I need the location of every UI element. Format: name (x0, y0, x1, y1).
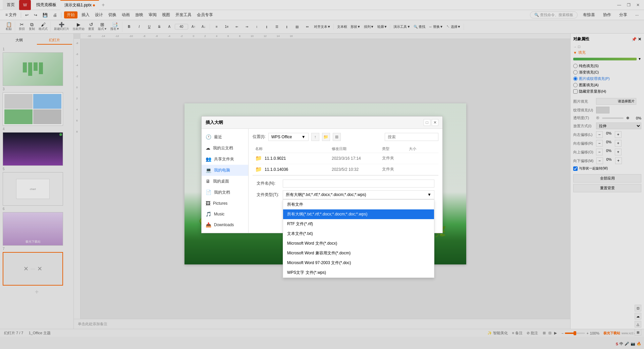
nav-docs-label: 我的文档 (214, 190, 230, 195)
insert-outline-dialog: 插入大纲 □ ✕ 🕐 最近 ☁ 我的云文档 👥 共享文件夹 (201, 116, 443, 233)
file-date-1: 2023/5/2 10:32 (332, 167, 382, 172)
nav-music-label: Music (214, 212, 224, 216)
nav-cloud[interactable]: ☁ 我的云文档 (202, 143, 248, 154)
dialog-nav: 🕐 最近 ☁ 我的云文档 👥 共享文件夹 💻 我的电脑 🖥 我的桌面 (202, 129, 249, 233)
dd-item-6[interactable]: Microsoft Word 97-2003 文件(*.doc) (283, 258, 434, 268)
cloud-icon: ☁ (206, 145, 210, 151)
nav-desktop-label: 我的桌面 (213, 179, 229, 184)
file-row-1[interactable]: 📁 11.1.0.14036 2023/5/2 10:32 文件夹 (253, 164, 438, 175)
filename-row: 文件名(N): (257, 180, 434, 188)
nav-music[interactable]: 🎵 Music (202, 209, 248, 219)
nav-docs[interactable]: 📄 我的文档 (202, 187, 248, 198)
dd-item-4[interactable]: Microsoft Word 文件(*.docx) (283, 239, 434, 248)
dialog-footer: 文件名(N): 文件类型(T): 所有大纲(*.txt;*.rtf;*.docx… (253, 175, 438, 215)
computer-icon: 💻 (206, 167, 211, 173)
nav-computer-label: 我的电脑 (214, 167, 230, 173)
dialog-title-bar: 插入大纲 □ ✕ (202, 116, 442, 129)
filetype-select[interactable]: 所有大纲(*.txt;*.rtf;*.docx;*.docm;*.doc;*.w… (283, 190, 434, 199)
nav-shared-label: 共享文件夹 (214, 156, 234, 162)
file-row-0[interactable]: 📁 11.1.0.9021 2023/3/16 17:14 文件夹 (253, 153, 438, 164)
docs-icon: 📄 (206, 190, 211, 195)
header-name[interactable]: 名称 (255, 146, 332, 151)
dialog-maximize-btn[interactable]: □ (424, 119, 430, 126)
nav-up-btn[interactable]: ↑ (311, 133, 319, 141)
file-date-0: 2023/3/16 17:14 (332, 156, 382, 161)
nav-pictures-label: Pictures (213, 201, 227, 206)
dd-item-7[interactable]: WPS文字 文件(*.wps) (283, 268, 434, 278)
file-type-0: 文件夹 (382, 155, 409, 161)
dialog-toolbar: 位置(I): WPS Office ▼ ↑ 📁 ⊞ (253, 133, 438, 141)
pictures-icon: 🖼 (206, 201, 210, 206)
folder-icon-0: 📁 (255, 155, 262, 162)
header-size[interactable]: 大小 (409, 146, 436, 151)
dialog-title-text: 插入大纲 (206, 119, 223, 126)
nav-recent[interactable]: 🕐 最近 (202, 132, 248, 143)
dialog-window-controls: □ ✕ (424, 119, 438, 126)
file-type-1: 文件夹 (382, 166, 409, 172)
nav-downloads-label: Downloads (214, 222, 234, 227)
dialog-body: 🕐 最近 ☁ 我的云文档 👥 共享文件夹 💻 我的电脑 🖥 我的桌面 (202, 129, 442, 233)
nav-pictures[interactable]: 🖼 Pictures (202, 198, 248, 209)
desktop-icon: 🖥 (206, 179, 210, 184)
header-date[interactable]: 修改日期 (332, 146, 382, 151)
nav-computer[interactable]: 💻 我的电脑 (202, 165, 248, 176)
music-icon: 🎵 (206, 211, 211, 217)
dd-item-1[interactable]: 所有大纲(*.txt;*.rtf;*.docx;*.docm;*.doc;*.w… (283, 209, 434, 219)
filename-input[interactable] (283, 180, 434, 188)
folder-icon-1: 📁 (255, 166, 262, 173)
file-name-1: 11.1.0.14036 (265, 167, 332, 172)
filetype-row: 文件类型(T): 所有大纲(*.txt;*.rtf;*.docx;*.docm;… (257, 190, 434, 199)
dd-item-0[interactable]: 所有文件 (283, 200, 434, 209)
location-label: 位置(I): (253, 134, 266, 140)
filetype-dropdown[interactable]: 所有文件 所有大纲(*.txt;*.rtf;*.docx;*.docm;*.do… (283, 199, 434, 278)
file-list-header: 名称 修改日期 类型 大小 (253, 145, 438, 153)
filename-label: 文件名(N): (257, 181, 280, 186)
filetype-label: 文件类型(T): (257, 192, 280, 198)
shared-icon: 👥 (206, 156, 211, 162)
view-toggle-btn[interactable]: ⊞ (333, 133, 341, 141)
downloads-icon: 📥 (206, 222, 211, 228)
location-select[interactable]: WPS Office ▼ (268, 133, 309, 141)
nav-downloads[interactable]: 📥 Downloads (202, 219, 248, 230)
dd-item-3[interactable]: 文本文件(*.txt) (283, 229, 434, 239)
filetype-select-wrap: 所有大纲(*.txt;*.rtf;*.docx;*.docm;*.doc;*.w… (283, 190, 434, 199)
file-search-input[interactable] (385, 133, 438, 141)
dialog-content: 位置(I): WPS Office ▼ ↑ 📁 ⊞ 名称 修改日期 类型 大小 (249, 129, 442, 233)
dialog-close-btn[interactable]: ✕ (432, 119, 438, 126)
nav-cloud-label: 我的云文档 (213, 145, 233, 151)
dd-item-5[interactable]: Microsoft Word 兼容用文件(*.docm) (283, 248, 434, 258)
file-name-0: 11.1.0.9021 (265, 156, 332, 161)
header-type[interactable]: 类型 (382, 146, 409, 151)
nav-shared[interactable]: 👥 共享文件夹 (202, 154, 248, 165)
file-list: 📁 11.1.0.9021 2023/3/16 17:14 文件夹 📁 11.1… (253, 153, 438, 175)
nav-recent-label: 最近 (214, 134, 222, 140)
nav-desktop[interactable]: 🖥 我的桌面 (202, 176, 248, 187)
new-folder-btn[interactable]: 📁 (322, 133, 330, 141)
dd-item-2[interactable]: RTF 文件(*.rtf) (283, 219, 434, 229)
dialog-overlay: 插入大纲 □ ✕ 🕐 最近 ☁ 我的云文档 👥 共享文件夹 (0, 0, 644, 349)
recent-icon: 🕐 (206, 134, 211, 140)
